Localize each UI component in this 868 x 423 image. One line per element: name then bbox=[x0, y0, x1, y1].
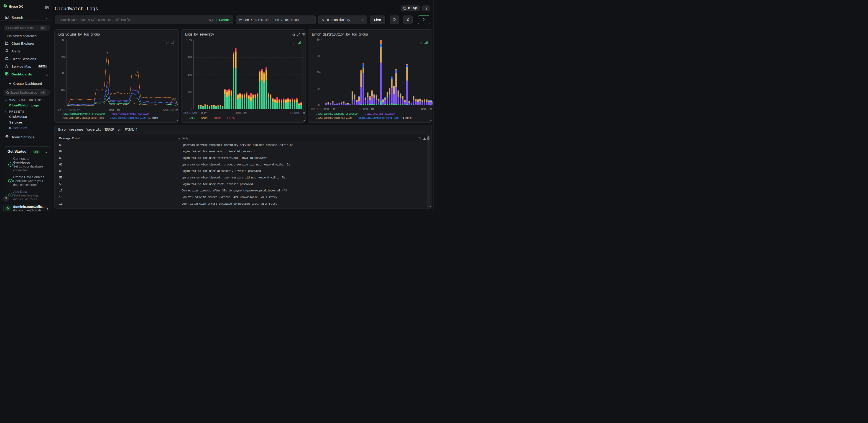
svg-text:300: 300 bbox=[61, 72, 65, 75]
svg-text:450: 450 bbox=[61, 55, 65, 58]
svg-text:600: 600 bbox=[61, 39, 65, 42]
svg-text:0: 0 bbox=[64, 105, 65, 108]
svg-text:Dec 6 5:00:00 PM: Dec 6 5:00:00 PM bbox=[311, 108, 335, 111]
svg-text:900: 900 bbox=[187, 56, 192, 59]
svg-text:0: 0 bbox=[318, 104, 319, 107]
svg-text:1.2K: 1.2K bbox=[186, 39, 192, 42]
svg-text:600: 600 bbox=[187, 73, 192, 76]
svg-text:5:30:00 PM: 5:30:00 PM bbox=[163, 109, 178, 112]
svg-text:3:30:00 AM: 3:30:00 AM bbox=[359, 108, 374, 111]
svg-text:Dec 6 5:00:00 PM: Dec 6 5:00:00 PM bbox=[183, 112, 207, 115]
svg-text:Dec 6 5:00:00 PM: Dec 6 5:00:00 PM bbox=[57, 109, 81, 112]
svg-text:0: 0 bbox=[190, 108, 192, 111]
svg-text:40: 40 bbox=[316, 71, 319, 74]
svg-text:150: 150 bbox=[61, 88, 65, 91]
svg-text:5:30:00 PM: 5:30:00 PM bbox=[416, 108, 432, 111]
svg-text:20: 20 bbox=[316, 87, 319, 90]
svg-text:5:30:00 PM: 5:30:00 PM bbox=[290, 112, 305, 115]
svg-text:300: 300 bbox=[187, 90, 192, 94]
svg-text:3:30:00 AM: 3:30:00 AM bbox=[231, 112, 246, 115]
svg-text:80: 80 bbox=[316, 38, 319, 41]
svg-text:60: 60 bbox=[316, 54, 319, 58]
svg-text:3:30:00 AM: 3:30:00 AM bbox=[104, 109, 120, 112]
